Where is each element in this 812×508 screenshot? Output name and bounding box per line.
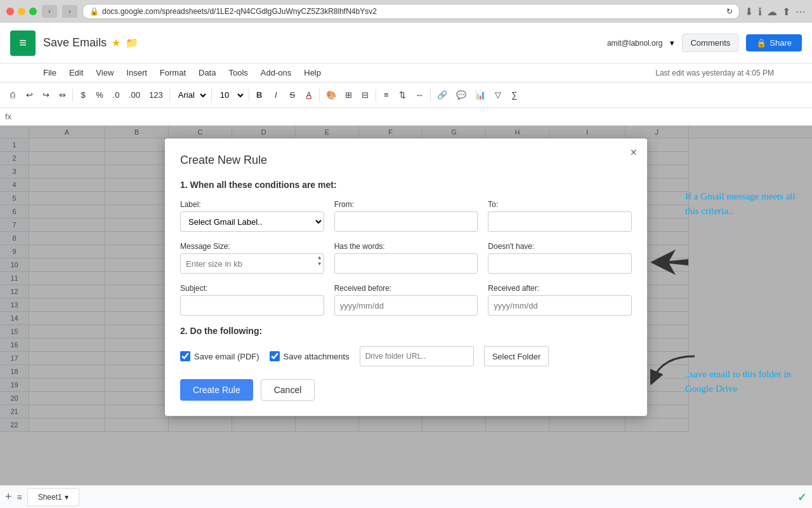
select-folder-button[interactable]: Select Folder xyxy=(484,346,549,366)
save-email-label: Save email (PDF) xyxy=(194,352,259,361)
toolbar-sep3 xyxy=(211,89,212,102)
star-icon[interactable]: ★ xyxy=(112,37,121,49)
save-email-checkbox-label[interactable]: Save email (PDF) xyxy=(180,351,259,361)
cancel-button[interactable]: Cancel xyxy=(261,379,315,401)
info-icon[interactable]: ℹ xyxy=(758,6,762,18)
menu-insert[interactable]: Insert xyxy=(121,65,152,80)
redo-button[interactable]: ↪ xyxy=(38,86,53,104)
menu-view[interactable]: View xyxy=(91,65,119,80)
comment-button[interactable]: 💬 xyxy=(452,86,470,104)
close-traffic-light[interactable] xyxy=(6,8,14,15)
percent-button[interactable]: % xyxy=(92,86,107,104)
lock-share-icon: 🔒 xyxy=(756,38,766,48)
more-icon[interactable]: ⋯ xyxy=(796,6,806,18)
from-label: From: xyxy=(334,200,478,209)
save-attachments-checkbox[interactable] xyxy=(270,351,280,361)
to-input[interactable] xyxy=(488,211,632,232)
text-color-button[interactable]: A xyxy=(301,86,317,104)
wrap-button[interactable]: ↔ xyxy=(412,86,428,104)
decimal-less-button[interactable]: .0 xyxy=(108,86,124,104)
menu-addons[interactable]: Add-ons xyxy=(256,65,296,80)
menu-data[interactable]: Data xyxy=(193,65,221,80)
received-before-input[interactable] xyxy=(334,295,478,316)
save-email-checkbox[interactable] xyxy=(180,351,190,361)
download-icon[interactable]: ⬇ xyxy=(745,6,753,18)
merge-button[interactable]: ⊟ xyxy=(358,86,373,104)
menu-edit[interactable]: Edit xyxy=(64,65,88,80)
received-after-input[interactable] xyxy=(488,295,632,316)
currency-button[interactable]: $ xyxy=(75,86,91,104)
label-select[interactable]: Select Gmail Label.. xyxy=(180,211,324,232)
user-dropdown-icon[interactable]: ▾ xyxy=(670,38,674,48)
received-after-label: Received after: xyxy=(488,284,632,293)
menu-file[interactable]: File xyxy=(38,65,62,80)
fill-color-button[interactable]: 🎨 xyxy=(322,86,340,104)
folder-icon[interactable]: 📁 xyxy=(126,37,138,49)
function-button[interactable]: ∑ xyxy=(507,86,522,104)
address-bar[interactable]: 🔒 docs.google.com/spreadsheets/d/1LE2-qN… xyxy=(82,4,740,19)
message-size-input[interactable] xyxy=(180,253,324,274)
cloud-icon[interactable]: ☁ xyxy=(767,6,777,18)
from-input[interactable] xyxy=(334,211,478,232)
font-size-select[interactable]: 10 xyxy=(214,86,246,104)
menu-help[interactable]: Help xyxy=(299,65,326,80)
font-select[interactable]: Arial xyxy=(173,86,209,104)
sheet1-tab[interactable]: Sheet1 ▾ xyxy=(27,488,79,506)
bottom-right: ✓ xyxy=(797,490,807,504)
message-size-label: Message Size: xyxy=(180,242,324,251)
menu-bar: File Edit View Insert Format Data Tools … xyxy=(0,64,812,83)
link-button[interactable]: 🔗 xyxy=(433,86,451,104)
spinner-up[interactable]: ▲ xyxy=(317,255,323,261)
formula-label: fx xyxy=(5,112,11,121)
chart-button[interactable]: 📊 xyxy=(471,86,489,104)
has-words-field: Has the words: xyxy=(334,242,478,274)
label-field: Label: Select Gmail Label.. xyxy=(180,200,324,232)
paint-format-button[interactable]: ⇔ xyxy=(55,86,70,104)
browser-actions: ⬇ ℹ ☁ ⬆ ⋯ xyxy=(745,6,806,18)
modal-overlay: × Create New Rule 1. When all these cond… xyxy=(0,126,812,485)
browser-chrome: ‹ › 🔒 docs.google.com/spreadsheets/d/1LE… xyxy=(0,0,812,23)
italic-button[interactable]: I xyxy=(268,86,284,104)
print-button[interactable]: ⎙ xyxy=(5,86,20,104)
formula-bar: fx xyxy=(0,108,812,126)
align-button[interactable]: ≡ xyxy=(379,86,394,104)
menu-tools[interactable]: Tools xyxy=(223,65,252,80)
decimal-more-button[interactable]: .00 xyxy=(125,86,144,104)
browser-titlebar: ‹ › 🔒 docs.google.com/spreadsheets/d/1LE… xyxy=(0,0,812,23)
comments-button[interactable]: Comments xyxy=(682,34,738,52)
share-button[interactable]: 🔒 Share xyxy=(746,34,802,51)
undo-button[interactable]: ↩ xyxy=(22,86,37,104)
received-after-field: Received after: xyxy=(488,284,632,316)
doesnt-have-input[interactable] xyxy=(488,253,632,274)
fullscreen-traffic-light[interactable] xyxy=(29,8,37,15)
user-email: amit@labnol.org xyxy=(607,39,663,48)
add-sheet-button[interactable]: + xyxy=(5,490,12,504)
valign-button[interactable]: ⇅ xyxy=(395,86,410,104)
create-rule-button[interactable]: Create Rule xyxy=(180,379,253,401)
format-number-button[interactable]: 123 xyxy=(145,86,167,104)
has-words-input[interactable] xyxy=(334,253,478,274)
drive-folder-input[interactable] xyxy=(360,346,474,366)
spinner-down[interactable]: ▼ xyxy=(317,261,323,267)
back-button[interactable]: ‹ xyxy=(42,5,57,18)
bold-button[interactable]: B xyxy=(252,86,267,104)
modal-footer: Create Rule Cancel xyxy=(180,379,632,401)
subject-field: Subject: xyxy=(180,284,324,316)
share-label: Share xyxy=(769,38,792,48)
menu-format[interactable]: Format xyxy=(155,65,191,80)
filter-button[interactable]: ▽ xyxy=(490,86,506,104)
share-browser-icon[interactable]: ⬆ xyxy=(782,6,790,18)
sheet-tab-dropdown[interactable]: ▾ xyxy=(65,493,69,502)
sheets-list-button[interactable]: ≡ xyxy=(17,492,22,502)
save-attachments-checkbox-label[interactable]: Save attachments xyxy=(270,351,350,361)
subject-input[interactable] xyxy=(180,295,324,316)
strikethrough-button[interactable]: S xyxy=(285,86,300,104)
borders-button[interactable]: ⊞ xyxy=(341,86,357,104)
minimize-traffic-light[interactable] xyxy=(18,8,25,15)
sheets-title: Save Emails ★ 📁 xyxy=(43,36,607,50)
forward-button[interactable]: › xyxy=(62,5,77,18)
modal-close-button[interactable]: × xyxy=(630,146,637,159)
reload-icon[interactable]: ↻ xyxy=(726,7,733,16)
subject-label: Subject: xyxy=(180,284,324,293)
actions-row: Save email (PDF) Save attachments Select… xyxy=(180,346,632,366)
